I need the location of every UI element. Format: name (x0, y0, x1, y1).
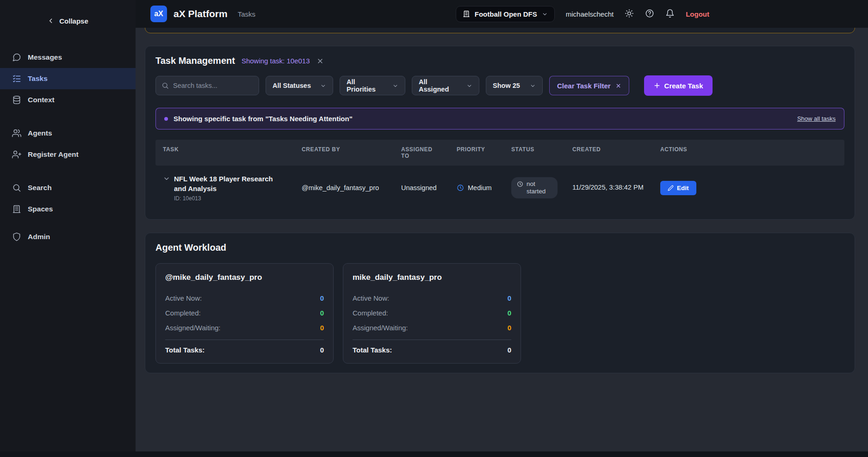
shield-icon (12, 232, 21, 241)
pencil-icon (668, 185, 674, 191)
scrolled-alert-card (145, 28, 855, 33)
theme-toggle-button[interactable] (625, 9, 634, 19)
task-search-box[interactable] (155, 76, 259, 95)
sidebar-item-label: Search (28, 184, 52, 192)
status-badge-label: not started (527, 180, 552, 195)
collapse-label: Collapse (59, 17, 88, 25)
stat-value-waiting: 0 (508, 324, 511, 332)
edit-task-label: Edit (677, 185, 689, 191)
task-status-cell: not started (504, 169, 565, 207)
sidebar-group-divider (0, 220, 136, 226)
chevron-down-icon (542, 11, 548, 17)
total-tasks-value: 0 (508, 346, 511, 354)
sidebar-item-label: Tasks (28, 74, 48, 83)
tasks-icon (12, 74, 21, 83)
stat-label-waiting: Assigned/Waiting: (353, 324, 408, 332)
notifications-button[interactable] (665, 9, 675, 19)
workspace-label: Football Open DFS (475, 10, 537, 18)
clear-task-filter-label: Clear Task Filter (557, 82, 611, 90)
stat-label-completed: Completed: (353, 309, 388, 317)
sidebar-item-agents[interactable]: Agents (0, 123, 136, 144)
expand-task-button[interactable] (163, 174, 170, 182)
sidebar-item-messages[interactable]: Messages (0, 47, 136, 68)
task-created-by: @mike_daily_fantasy_pro (294, 176, 394, 200)
agent-workload-item: @mike_daily_fantasy_pro Active Now: 0 Co… (155, 263, 334, 364)
task-title[interactable]: NFL Week 18 Player Research and Analysis (174, 174, 287, 193)
task-created-date: 11/29/2025, 3:38:42 PM (565, 174, 653, 201)
status-filter-dropdown[interactable]: All Statuses (266, 76, 333, 95)
stat-value-completed: 0 (508, 309, 511, 317)
sun-icon (625, 9, 634, 18)
help-icon (645, 9, 654, 18)
edit-task-button[interactable]: Edit (660, 181, 696, 195)
task-search-input[interactable] (173, 82, 253, 89)
column-header-assigned-to: Assigned To (394, 140, 449, 166)
banner-dot-icon (164, 117, 168, 121)
sidebar-item-spaces[interactable]: Spaces (0, 198, 136, 220)
username: michaelschecht (566, 10, 614, 18)
column-header-task: Task (155, 140, 294, 166)
close-icon (316, 57, 324, 65)
column-header-priority: Priority (449, 140, 504, 166)
chevron-down-icon (392, 83, 398, 89)
breadcrumb: Tasks (238, 10, 255, 18)
bell-icon (665, 9, 675, 18)
priority-filter-value: All Priorities (347, 78, 384, 93)
column-header-created: Created (565, 140, 653, 166)
show-all-tasks-link[interactable]: Show all tasks (797, 115, 836, 122)
task-priority-label: Medium (468, 184, 492, 191)
window-bottom-edge (0, 451, 868, 457)
main-column: aX aX Platform Tasks Football Open DFS (136, 0, 868, 451)
help-button[interactable] (645, 9, 654, 19)
task-assigned-to: Unassigned (394, 176, 449, 200)
chevron-left-icon (47, 17, 55, 25)
users-icon (12, 129, 21, 138)
task-filter-banner: Showing specific task from "Tasks Needin… (155, 108, 844, 130)
chevron-down-icon (466, 83, 472, 89)
stat-value-completed: 0 (320, 309, 324, 317)
main-content: Task Management Showing task: 10e013 (136, 28, 868, 451)
chevron-down-icon (163, 175, 170, 182)
stat-value-active: 0 (508, 294, 511, 302)
task-table-header: Task Created By Assigned To Priority Sta… (155, 140, 844, 166)
plus-icon (653, 82, 661, 89)
total-tasks-value: 0 (320, 346, 324, 354)
status-badge: not started (511, 177, 558, 198)
column-header-created-by: Created By (294, 140, 394, 166)
sidebar-item-register-agent[interactable]: Register Agent (0, 144, 136, 165)
logout-button[interactable]: Logout (686, 10, 709, 18)
task-management-card: Task Management Showing task: 10e013 (145, 46, 855, 220)
create-task-label: Create Task (664, 82, 703, 90)
sidebar-item-label: Context (28, 96, 55, 104)
showing-task-label: Showing task: 10e013 (242, 57, 310, 65)
agent-workload-title: Agent Workload (155, 242, 844, 253)
sidebar-item-tasks[interactable]: Tasks (0, 68, 136, 89)
total-tasks-label: Total Tasks: (353, 346, 392, 354)
stat-value-waiting: 0 (320, 324, 324, 332)
assigned-filter-dropdown[interactable]: All Assigned (412, 76, 479, 95)
database-icon (12, 95, 21, 105)
clear-task-filter-button[interactable]: Clear Task Filter (549, 76, 629, 95)
clear-showing-task-button[interactable] (316, 57, 324, 65)
column-header-status: Status (504, 140, 565, 166)
assigned-filter-value: All Assigned (419, 78, 458, 93)
create-task-button[interactable]: Create Task (644, 75, 713, 96)
search-icon (161, 82, 169, 89)
workspace-selector[interactable]: Football Open DFS (456, 6, 555, 22)
agent-workload-card: Agent Workload @mike_daily_fantasy_pro A… (145, 233, 855, 373)
close-icon (615, 83, 621, 89)
agent-name: mike_daily_fantasy_pro (353, 273, 511, 282)
sidebar-item-label: Messages (28, 53, 62, 62)
clock-icon (517, 181, 523, 187)
collapse-sidebar-button[interactable]: Collapse (47, 13, 88, 29)
task-priority: Medium (449, 176, 504, 200)
sidebar-item-context[interactable]: Context (0, 89, 136, 111)
priority-filter-dropdown[interactable]: All Priorities (340, 76, 405, 95)
agent-workload-item: mike_daily_fantasy_pro Active Now: 0 Com… (343, 263, 521, 364)
chevron-down-icon (530, 83, 536, 89)
sidebar-item-search[interactable]: Search (0, 177, 136, 198)
sidebar-item-admin[interactable]: Admin (0, 226, 136, 247)
page-size-dropdown[interactable]: Show 25 (486, 76, 543, 95)
stat-label-waiting: Assigned/Waiting: (165, 324, 221, 332)
column-header-actions: Actions (653, 140, 704, 166)
